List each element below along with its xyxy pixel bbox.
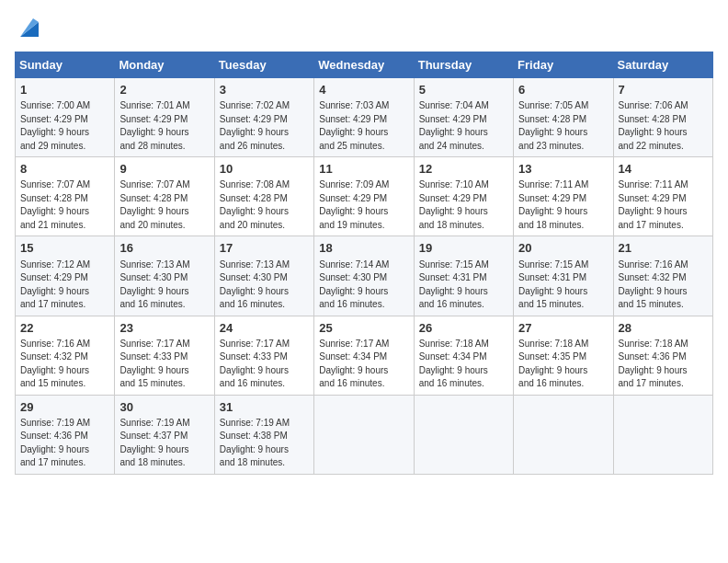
day-info: Sunrise: 7:18 AM Sunset: 4:34 PM Dayligh… (419, 338, 508, 391)
calendar-cell: 10Sunrise: 7:08 AM Sunset: 4:28 PM Dayli… (214, 157, 313, 236)
day-info: Sunrise: 7:18 AM Sunset: 4:35 PM Dayligh… (518, 338, 608, 391)
day-number: 2 (119, 82, 209, 98)
day-info: Sunrise: 7:07 AM Sunset: 4:28 PM Dayligh… (20, 178, 109, 232)
day-info: Sunrise: 7:13 AM Sunset: 4:30 PM Dayligh… (119, 259, 209, 312)
calendar-cell: 15Sunrise: 7:12 AM Sunset: 4:29 PM Dayli… (16, 236, 115, 316)
day-info: Sunrise: 7:16 AM Sunset: 4:32 PM Dayligh… (20, 338, 109, 391)
calendar-cell: 2Sunrise: 7:01 AM Sunset: 4:29 PM Daylig… (115, 78, 214, 157)
day-number: 10 (220, 161, 309, 178)
day-number: 19 (419, 240, 508, 257)
day-number: 25 (319, 320, 408, 337)
day-number: 20 (518, 240, 608, 257)
day-number: 1 (20, 82, 109, 98)
day-header-wednesday: Wednesday (314, 52, 414, 78)
day-number: 13 (518, 161, 608, 178)
day-number: 3 (220, 82, 309, 98)
day-info: Sunrise: 7:00 AM Sunset: 4:29 PM Dayligh… (20, 99, 109, 153)
calendar-cell: 14Sunrise: 7:11 AM Sunset: 4:29 PM Dayli… (613, 157, 712, 236)
calendar-cell: 13Sunrise: 7:11 AM Sunset: 4:29 PM Dayli… (514, 157, 613, 236)
day-info: Sunrise: 7:11 AM Sunset: 4:29 PM Dayligh… (619, 178, 708, 232)
day-number: 30 (119, 399, 209, 416)
calendar-cell: 28Sunrise: 7:18 AM Sunset: 4:36 PM Dayli… (613, 316, 712, 395)
day-number: 24 (220, 320, 309, 337)
day-number: 11 (319, 161, 408, 178)
day-number: 22 (20, 320, 109, 337)
day-info: Sunrise: 7:15 AM Sunset: 4:31 PM Dayligh… (518, 259, 608, 312)
day-info: Sunrise: 7:18 AM Sunset: 4:36 PM Dayligh… (619, 338, 708, 391)
calendar-cell: 26Sunrise: 7:18 AM Sunset: 4:34 PM Dayli… (414, 316, 513, 395)
day-number: 26 (419, 320, 508, 337)
day-number: 7 (619, 82, 708, 98)
calendar-cell: 20Sunrise: 7:15 AM Sunset: 4:31 PM Dayli… (514, 236, 613, 316)
calendar-cell: 30Sunrise: 7:19 AM Sunset: 4:37 PM Dayli… (115, 395, 214, 474)
day-number: 29 (20, 399, 109, 416)
day-header-sunday: Sunday (16, 52, 115, 78)
day-header-monday: Monday (115, 52, 214, 78)
calendar-cell: 25Sunrise: 7:17 AM Sunset: 4:34 PM Dayli… (314, 316, 414, 395)
day-info: Sunrise: 7:11 AM Sunset: 4:29 PM Dayligh… (518, 178, 608, 232)
day-number: 28 (619, 320, 708, 337)
day-info: Sunrise: 7:06 AM Sunset: 4:28 PM Dayligh… (619, 99, 708, 153)
calendar-cell: 9Sunrise: 7:07 AM Sunset: 4:28 PM Daylig… (115, 157, 214, 236)
day-info: Sunrise: 7:14 AM Sunset: 4:30 PM Dayligh… (319, 259, 408, 312)
calendar-cell: 11Sunrise: 7:09 AM Sunset: 4:29 PM Dayli… (314, 157, 414, 236)
day-number: 21 (619, 240, 708, 257)
day-number: 4 (319, 82, 408, 98)
day-info: Sunrise: 7:04 AM Sunset: 4:29 PM Dayligh… (419, 99, 508, 153)
day-info: Sunrise: 7:02 AM Sunset: 4:29 PM Dayligh… (220, 99, 309, 153)
day-number: 6 (518, 82, 608, 98)
calendar-cell: 21Sunrise: 7:16 AM Sunset: 4:32 PM Dayli… (613, 236, 712, 316)
day-info: Sunrise: 7:19 AM Sunset: 4:36 PM Dayligh… (20, 417, 109, 470)
day-info: Sunrise: 7:08 AM Sunset: 4:28 PM Dayligh… (220, 178, 309, 232)
day-number: 17 (220, 240, 309, 257)
calendar-cell (514, 395, 613, 474)
day-number: 9 (119, 161, 209, 178)
calendar-cell: 8Sunrise: 7:07 AM Sunset: 4:28 PM Daylig… (16, 157, 115, 236)
day-info: Sunrise: 7:01 AM Sunset: 4:29 PM Dayligh… (119, 99, 209, 153)
day-info: Sunrise: 7:17 AM Sunset: 4:33 PM Dayligh… (220, 338, 309, 391)
calendar-header: SundayMondayTuesdayWednesdayThursdayFrid… (16, 52, 713, 78)
logo-icon (17, 15, 42, 40)
day-info: Sunrise: 7:17 AM Sunset: 4:34 PM Dayligh… (319, 338, 408, 391)
calendar-cell: 24Sunrise: 7:17 AM Sunset: 4:33 PM Dayli… (214, 316, 313, 395)
day-number: 23 (119, 320, 209, 337)
day-number: 12 (419, 161, 508, 178)
day-header-saturday: Saturday (613, 52, 712, 78)
day-info: Sunrise: 7:07 AM Sunset: 4:28 PM Dayligh… (119, 178, 209, 232)
logo (15, 15, 42, 40)
day-header-friday: Friday (514, 52, 613, 78)
day-number: 18 (319, 240, 408, 257)
calendar-cell: 29Sunrise: 7:19 AM Sunset: 4:36 PM Dayli… (16, 395, 115, 474)
day-info: Sunrise: 7:12 AM Sunset: 4:29 PM Dayligh… (20, 259, 109, 312)
day-header-tuesday: Tuesday (214, 52, 313, 78)
day-info: Sunrise: 7:17 AM Sunset: 4:33 PM Dayligh… (119, 338, 209, 391)
calendar-cell: 3Sunrise: 7:02 AM Sunset: 4:29 PM Daylig… (214, 78, 313, 157)
day-number: 27 (518, 320, 608, 337)
calendar-cell: 5Sunrise: 7:04 AM Sunset: 4:29 PM Daylig… (414, 78, 513, 157)
calendar-cell: 27Sunrise: 7:18 AM Sunset: 4:35 PM Dayli… (514, 316, 613, 395)
calendar-cell: 4Sunrise: 7:03 AM Sunset: 4:29 PM Daylig… (314, 78, 414, 157)
day-info: Sunrise: 7:19 AM Sunset: 4:37 PM Dayligh… (119, 417, 209, 470)
day-info: Sunrise: 7:10 AM Sunset: 4:29 PM Dayligh… (419, 178, 508, 232)
calendar-cell (613, 395, 712, 474)
day-number: 15 (20, 240, 109, 257)
day-header-thursday: Thursday (414, 52, 513, 78)
calendar-cell: 16Sunrise: 7:13 AM Sunset: 4:30 PM Dayli… (115, 236, 214, 316)
day-number: 16 (119, 240, 209, 257)
day-info: Sunrise: 7:16 AM Sunset: 4:32 PM Dayligh… (619, 259, 708, 312)
calendar-cell: 22Sunrise: 7:16 AM Sunset: 4:32 PM Dayli… (16, 316, 115, 395)
calendar-cell (314, 395, 414, 474)
calendar-cell: 6Sunrise: 7:05 AM Sunset: 4:28 PM Daylig… (514, 78, 613, 157)
day-info: Sunrise: 7:19 AM Sunset: 4:38 PM Dayligh… (220, 417, 309, 470)
day-number: 31 (220, 399, 309, 416)
calendar-cell: 12Sunrise: 7:10 AM Sunset: 4:29 PM Dayli… (414, 157, 513, 236)
calendar-cell: 31Sunrise: 7:19 AM Sunset: 4:38 PM Dayli… (214, 395, 313, 474)
calendar-cell: 18Sunrise: 7:14 AM Sunset: 4:30 PM Dayli… (314, 236, 414, 316)
calendar-cell: 1Sunrise: 7:00 AM Sunset: 4:29 PM Daylig… (16, 78, 115, 157)
day-number: 8 (20, 161, 109, 178)
calendar-cell: 7Sunrise: 7:06 AM Sunset: 4:28 PM Daylig… (613, 78, 712, 157)
day-info: Sunrise: 7:05 AM Sunset: 4:28 PM Dayligh… (518, 99, 608, 153)
day-info: Sunrise: 7:03 AM Sunset: 4:29 PM Dayligh… (319, 99, 408, 153)
page-header (15, 15, 713, 40)
day-info: Sunrise: 7:15 AM Sunset: 4:31 PM Dayligh… (419, 259, 508, 312)
